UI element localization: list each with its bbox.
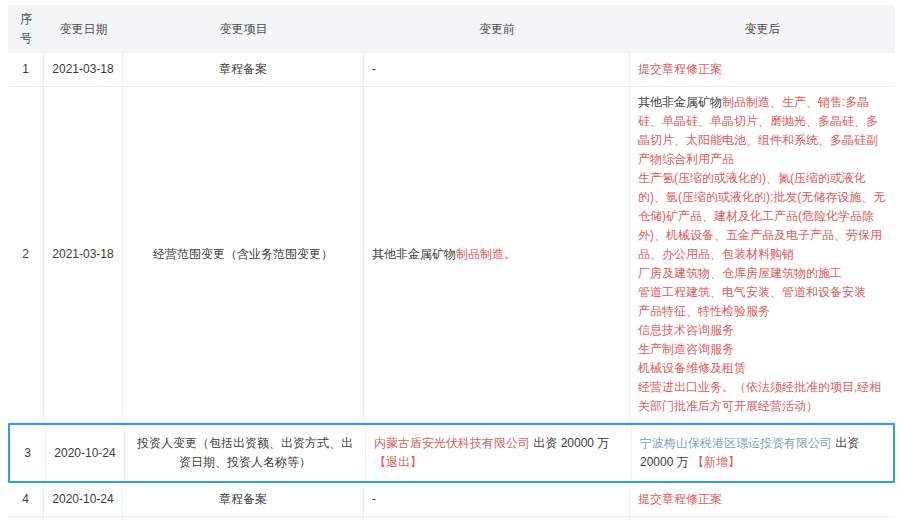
cell-after-value: 提交章程修正案: [630, 483, 895, 516]
cell-change-item: 章程备案: [123, 53, 364, 86]
cell-change-date: 2021-03-18: [44, 87, 123, 422]
table-row: 4 2020-10-24 章程备案 - 提交章程修正案: [8, 483, 895, 517]
cell-change-item: 投资人变更（包括出资额、出资方式、出资日期、投资人名称等）: [125, 425, 366, 481]
scope-paragraph: 信息技术咨询服务: [638, 321, 887, 340]
cell-change-item: 章程备案: [123, 483, 364, 516]
cell-row-no: 3: [10, 425, 46, 481]
scope-paragraph: 机械设备维修及租赁: [638, 359, 887, 378]
scope-paragraph: 产品特征、特性检验服务: [638, 302, 887, 321]
table-row: 2 2021-03-18 经营范围变更（含业务范围变更） 其他非金属矿物制品制造…: [8, 87, 895, 423]
exited-tag: 【退出】: [374, 455, 422, 469]
scope-paragraph: 经营进出口业务。（依法须经批准的项目,经相关部门批准后方可开展经营活动）: [638, 378, 887, 416]
change-records-table: 序号 变更日期 变更项目 变更前 变更后 1 2021-03-18 章程备案 -…: [8, 5, 895, 520]
scope-paragraph: 生产制造咨询服务: [638, 340, 887, 359]
cell-change-item: 经营范围变更（含业务范围变更）: [123, 87, 364, 422]
cell-before-value: -: [364, 483, 630, 516]
cell-row-no: 4: [8, 483, 44, 516]
header-col-after: 变更后: [630, 5, 895, 53]
header-col-no: 序号: [8, 5, 44, 53]
cell-before-value: 内蒙古盾安光伏科技有限公司 出资 20000 万 【退出】: [366, 425, 632, 481]
before-scope-text: 其他非金属矿物: [372, 247, 456, 261]
cell-after-value: 其他非金属矿物制品制造、生产、销售:多晶硅、单晶硅、单晶切片、磨抛光、多晶硅、多…: [630, 87, 895, 422]
cell-after-value: 宁波梅山保税港区璟运投资有限公司 出资 20000 万 【新增】: [632, 425, 893, 481]
cell-before-value: 其他非金属矿物制品制造。: [364, 87, 630, 422]
investment-amount: 出资 20000 万: [530, 436, 609, 450]
scope-paragraph: 管道工程建筑、电气安装、管道和设备安装: [638, 283, 887, 302]
cell-change-date: 2021-03-18: [44, 53, 123, 86]
table-row: 1 2021-03-18 章程备案 - 提交章程修正案: [8, 53, 895, 87]
cell-change-date: 2020-10-24: [46, 425, 125, 481]
header-col-before: 变更前: [364, 5, 630, 53]
exited-investor-company-link[interactable]: 内蒙古盾安光伏科技有限公司: [374, 436, 530, 450]
cell-row-no: 2: [8, 87, 44, 422]
scope-paragraph: 厂房及建筑物、仓库房屋建筑物的施工: [638, 264, 887, 283]
new-investor-company-link[interactable]: 宁波梅山保税港区璟运投资有限公司: [640, 436, 832, 450]
cell-row-no: 1: [8, 53, 44, 86]
header-col-date: 变更日期: [44, 5, 123, 53]
cell-change-date: 2020-10-24: [44, 483, 123, 516]
scope-lead-text: 其他非金属矿物: [638, 95, 722, 109]
header-col-item: 变更项目: [123, 5, 364, 53]
table-row-highlighted[interactable]: 3 2020-10-24 投资人变更（包括出资额、出资方式、出资日期、投资人名称…: [8, 423, 895, 483]
cell-after-value: 提交章程修正案: [630, 53, 895, 86]
table-header-row: 序号 变更日期 变更项目 变更前 变更后: [8, 5, 895, 53]
before-scope-diff-text: 制品制造。: [456, 247, 516, 261]
scope-paragraph: 其他非金属矿物制品制造、生产、销售:多晶硅、单晶硅、单晶切片、磨抛光、多晶硅、多…: [638, 93, 887, 169]
scope-paragraph: 生产氢(压缩的或液化的)、氮(压缩的或液化的)、氩(压缩的或液化的);批发(无储…: [638, 169, 887, 264]
added-tag: 【新增】: [692, 455, 740, 469]
cell-before-value: -: [364, 53, 630, 86]
